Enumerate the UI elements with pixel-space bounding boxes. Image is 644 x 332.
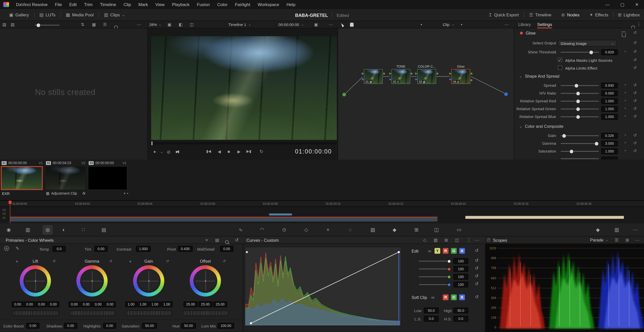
lift-value-1[interactable]: 0.00 — [12, 301, 23, 307]
reset-icon[interactable]: ↺ — [633, 141, 637, 145]
channel-b-button[interactable]: B — [459, 248, 465, 254]
gamma-wheel[interactable] — [76, 265, 108, 296]
channel-g-button[interactable]: G — [451, 248, 457, 254]
tint-value[interactable]: 0.00 — [94, 246, 108, 252]
wheel-zoom-icon[interactable] — [225, 240, 229, 244]
wand-icon[interactable]: ✦ — [153, 150, 157, 154]
shine-threshold-value[interactable]: 0.829 — [601, 49, 618, 55]
reset-icon[interactable]: ↺ — [475, 282, 479, 286]
reset-icon[interactable]: ↺ — [633, 83, 637, 87]
keyframe-icon[interactable]: • — [625, 149, 626, 153]
reset-icon[interactable]: ↺ — [633, 98, 637, 103]
node-input-port[interactable] — [342, 93, 346, 97]
lum-mix-value[interactable]: 100.00 — [218, 323, 234, 329]
color-boost-value[interactable]: 0.00 — [26, 323, 39, 329]
node-more-icon[interactable]: ⋯ — [504, 23, 509, 27]
plugin-enabled-dot[interactable] — [520, 32, 523, 35]
node-output-square[interactable] — [411, 73, 412, 75]
node-output-square2[interactable] — [471, 79, 473, 81]
gamma-master-wheel[interactable] — [69, 311, 116, 316]
compare-icon[interactable]: ▣ — [168, 23, 171, 27]
lift-wheel-indicator[interactable] — [35, 281, 36, 282]
green-gain-value[interactable]: 100 — [453, 274, 468, 280]
node-output-square[interactable] — [437, 73, 438, 75]
blue-dot[interactable] — [447, 283, 451, 287]
gain-value-2[interactable]: 1.00 — [137, 301, 149, 307]
menu-item-clip[interactable]: Clip — [120, 2, 135, 7]
lift-value-4[interactable]: 0.00 — [48, 301, 59, 307]
maximize-button[interactable]: ▢ — [615, 2, 630, 7]
jump-end-button[interactable]: ▶▮ — [246, 150, 251, 154]
partial-slider[interactable] — [561, 158, 599, 159]
power-window-icon[interactable]: ◇ — [304, 227, 308, 233]
tracker-icon[interactable]: ⌖ — [327, 227, 329, 233]
menu-item-edit[interactable]: Edit — [66, 2, 81, 7]
red-dot[interactable] — [447, 267, 451, 271]
lift-wheel[interactable] — [20, 265, 51, 296]
node-key-input[interactable] — [449, 79, 451, 80]
viewer-scrub-bar[interactable] — [151, 142, 337, 144]
ls-value[interactable]: 0.0 — [424, 316, 439, 322]
wheel-crosshair-icon[interactable]: + — [129, 259, 132, 264]
effects-panel-toggle[interactable]: ✦ Effects — [584, 12, 613, 17]
partial-value[interactable] — [601, 157, 618, 160]
curve-more-icon[interactable]: ⋯ — [475, 238, 479, 243]
rel-spread-red-value[interactable]: 1.000 — [601, 98, 618, 104]
node-input-triangle[interactable] — [449, 72, 451, 75]
curve-tool1-icon[interactable]: ◇ — [423, 238, 426, 242]
reset-icon[interactable]: ↺ — [475, 258, 479, 263]
gamma-value-2[interactable]: 0.00 — [81, 301, 92, 307]
gain-wheel[interactable] — [133, 265, 164, 296]
reset-icon[interactable]: ↺ — [475, 274, 479, 278]
quick-export-button[interactable]: ↥ Quick Export — [483, 12, 524, 17]
soft-b-button[interactable]: B — [459, 294, 465, 300]
log-wheels-icon[interactable]: ◎ — [43, 225, 53, 234]
rel-spread-green-slider[interactable] — [561, 109, 599, 109]
node-input-triangle[interactable] — [389, 72, 391, 75]
reset-icon[interactable]: ↺ — [633, 31, 637, 35]
auto-balance-icon[interactable]: A — [4, 246, 9, 251]
spread-slider[interactable] — [561, 85, 599, 86]
clips-toggle[interactable]: ▥ Clips ⌄ — [99, 12, 130, 17]
gain-reset-icon[interactable]: ↺ — [166, 259, 169, 263]
key-icon[interactable]: ◆ — [393, 227, 397, 233]
offset-reset-icon[interactable]: ↺ — [223, 259, 226, 263]
reset-icon[interactable]: ↺ — [633, 57, 637, 62]
gamma-value[interactable]: 3.000 — [601, 141, 618, 146]
gamma-value-3[interactable]: 0.00 — [92, 301, 104, 307]
shine-threshold-slider[interactable] — [561, 52, 599, 53]
node-select-cursor-icon[interactable] — [341, 22, 344, 27]
offset-value-3[interactable]: 25.00 — [213, 301, 227, 307]
luma-dot[interactable] — [447, 259, 451, 263]
play-reverse-button[interactable]: ◀ — [218, 150, 221, 154]
luma-gain-slider[interactable] — [419, 261, 451, 261]
gain-slider[interactable] — [561, 135, 599, 136]
rgb-mixer-icon[interactable]: ∷ — [82, 227, 85, 233]
grab-still-icon[interactable]: ▣ — [314, 23, 318, 27]
chevron-down-icon[interactable]: ⌄ — [160, 150, 163, 154]
menu-item-file[interactable]: File — [51, 2, 66, 7]
lift-reset-icon[interactable]: ↺ — [53, 259, 56, 263]
delete-plugin-icon[interactable] — [622, 33, 626, 37]
curves-icon[interactable]: ∿ — [239, 227, 243, 233]
lift-master-wheel[interactable] — [13, 311, 59, 316]
rel-spread-blue-value[interactable]: 1.000 — [601, 114, 618, 120]
clip1-thumbnail-selected[interactable] — [1, 166, 43, 190]
gain-wheel-indicator[interactable] — [148, 281, 150, 282]
gamma-reset-icon[interactable]: ↺ — [109, 259, 112, 263]
bypass-icon[interactable]: ⊘ — [167, 150, 170, 154]
keyframe-icon[interactable]: • — [625, 91, 626, 95]
gallery-toggle[interactable]: ▣ Gallery — [4, 12, 34, 17]
select-output-dropdown[interactable]: Glowing Image ⌄ — [558, 40, 617, 46]
saturation-slider[interactable] — [561, 151, 599, 152]
blur-icon[interactable]: ▨ — [371, 227, 375, 233]
alpha-limits-checkbox[interactable] — [558, 65, 562, 70]
soft-g-button[interactable]: G — [451, 294, 457, 300]
menu-item-app[interactable]: DaVinci Resolve — [12, 2, 51, 7]
pivot-value[interactable]: 0.435 — [178, 246, 193, 252]
curve-plot-area[interactable] — [245, 247, 402, 326]
open-fx-icon[interactable]: ▭ — [457, 227, 461, 233]
temp-value[interactable]: 0.0 — [53, 246, 66, 252]
menu-item-help[interactable]: Help — [283, 2, 299, 7]
rel-spread-blue-slider[interactable] — [561, 116, 599, 117]
